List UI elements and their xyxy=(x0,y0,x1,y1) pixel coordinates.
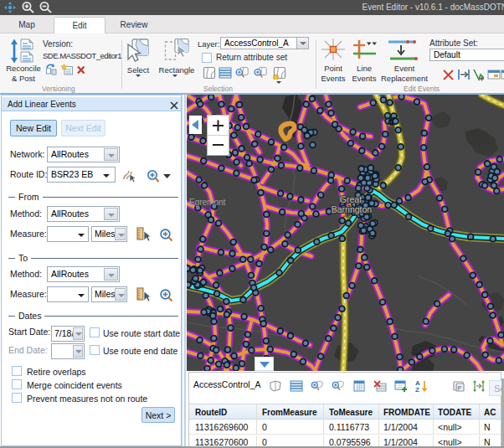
svg-text:Barrington: Barrington xyxy=(332,204,373,214)
svg-text:Z: Z xyxy=(415,386,419,393)
svg-text:P: P xyxy=(458,385,462,391)
svg-text:Great: Great xyxy=(340,194,362,204)
svg-text:Egremont: Egremont xyxy=(189,198,226,207)
